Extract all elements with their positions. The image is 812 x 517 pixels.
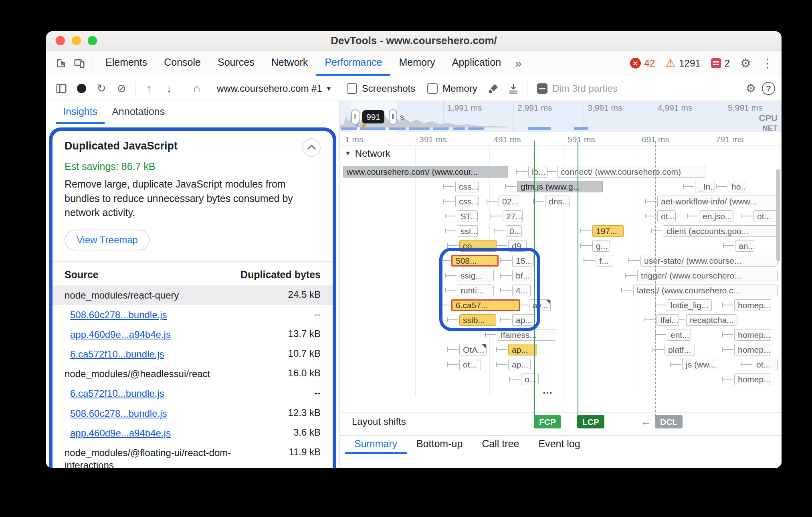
network-request-bar[interactable]: _In... [695,181,715,192]
device-toolbar-icon[interactable] [70,50,89,76]
sidebar-tab-insights[interactable]: Insights [56,101,105,124]
network-request-bar[interactable]: 0... [506,225,522,237]
network-request-bar[interactable]: css... [455,196,479,207]
tab-elements[interactable]: Elements [97,50,156,76]
network-request-bar[interactable]: latest/ (www.coursehero.c... [633,285,778,296]
memory-checkbox[interactable]: Memory [427,83,477,94]
tab-network[interactable]: Network [263,50,317,76]
network-request-bar[interactable]: 197... [592,225,624,237]
network-request-bar[interactable]: en.jso... [699,210,733,222]
network-request-bar[interactable]: an... [735,240,754,252]
network-request-bar[interactable]: homep... [734,299,771,311]
help-icon[interactable]: ? [762,82,775,95]
layout-shifts-track[interactable]: Layout shifts FCPLCP←DCL [340,412,782,430]
network-request-bar[interactable]: ot... [753,210,778,222]
network-request-bar[interactable]: 02... [499,196,520,207]
zoom-window-button[interactable] [88,36,97,45]
network-request-bar[interactable]: 6.ca57... [451,299,520,311]
network-request-bar[interactable]: Ifai... [656,314,679,326]
vertical-scrollbar[interactable] [776,169,780,261]
sidebar-tab-annotations[interactable]: Annotations [105,101,172,124]
network-request-bar[interactable]: Ifainess... [497,329,556,341]
network-request-bar[interactable]: ent... [667,329,691,341]
network-request-bar[interactable]: gtm.js (www.g... [517,181,603,192]
bottom-tab-bottom-up[interactable]: Bottom-up [407,436,472,454]
console-errors-badge[interactable]: ×42 [630,58,655,69]
network-request-bar[interactable]: ssig... [457,270,494,281]
network-request-bar[interactable]: user-state/ (www.course... [640,255,778,267]
source-link[interactable]: app.460d9e...a94b4e.js [65,328,171,341]
network-track-header[interactable]: ▼ Network [340,146,782,161]
network-request-bar[interactable]: ay... [529,299,551,311]
console-warnings-badge[interactable]: ⚠1291 [665,58,701,69]
network-request-bar[interactable]: d9... [508,240,527,252]
network-request-bar[interactable]: connect/ (www.coursehero.com) [557,166,705,178]
load-profile-button[interactable]: ↑ [140,80,158,97]
source-link[interactable]: 6.ca572f10...bundle.js [65,387,164,400]
trace-window-right-handle[interactable]: ‖ [389,109,397,125]
network-request-bar[interactable]: css... [455,181,479,192]
tab-performance[interactable]: Performance [316,50,390,76]
bottom-tab-summary[interactable]: Summary [345,436,407,454]
issues-badge[interactable]: 2 [711,58,730,69]
bottom-tab-event-log[interactable]: Event log [529,436,590,454]
source-link[interactable]: 508.60c278...bundle.js [65,309,167,321]
network-request-bar[interactable]: homep... [734,329,771,341]
insight-source-row[interactable]: 508.60c278...bundle.js12.3 kB [53,404,333,423]
network-request-bar[interactable]: dns... [545,196,570,207]
network-request-bar[interactable]: ST... [457,210,478,222]
record-button[interactable] [73,80,90,97]
view-treemap-button[interactable]: View Treemap [65,230,150,250]
network-request-bar[interactable]: o... [521,374,539,385]
tab-sources[interactable]: Sources [209,50,263,76]
minimize-window-button[interactable] [72,36,81,45]
network-request-bar[interactable]: ot... [657,210,676,222]
insight-source-row[interactable]: 6.ca572f10...bundle.js-- [53,384,333,403]
toggle-sidebar-icon[interactable] [53,80,70,97]
network-request-bar[interactable]: aet-workflow-info/ (www... [657,196,778,207]
timeline-overview[interactable]: ‖ 991 ‖ s CPU NET 1,991 ms2,991 ms3,991 … [340,101,782,132]
clear-button[interactable]: ⊘ [113,80,130,97]
network-request-bar[interactable]: ap... [508,359,531,370]
screenshots-checkbox[interactable]: Screenshots [347,83,415,94]
save-profile-button[interactable]: ↓ [160,80,178,97]
tab-application[interactable]: Application [444,50,509,76]
collapse-insight-button[interactable] [302,138,321,157]
network-request-bar[interactable]: homep... [734,344,771,355]
collect-garbage-icon[interactable] [505,80,522,97]
network-request-bar[interactable]: runti... [457,285,494,296]
network-request-bar[interactable]: 27... [503,210,523,222]
dim-3rd-parties-toggle[interactable]: Dim 3rd parties [537,83,618,94]
source-link[interactable]: 508.60c278...bundle.js [65,407,167,420]
network-request-bar[interactable]: g... [592,240,610,252]
home-button[interactable]: ⌂ [188,80,206,97]
network-request-bar[interactable]: lo... [528,166,547,178]
network-request-bar[interactable]: ap... [508,344,537,355]
insight-source-row[interactable]: app.460d9e...a94b4e.js3.6 kB [53,423,333,443]
bottom-tab-call-tree[interactable]: Call tree [472,436,529,454]
network-request-bar[interactable]: f... [596,255,613,267]
settings-gear-icon[interactable]: ⚙ [740,56,751,70]
insight-source-row[interactable]: 508.60c278...bundle.js-- [53,305,333,325]
network-request-bar[interactable]: www.coursehero.com/ (www.cour... [343,166,508,178]
network-request-bar[interactable]: ssi... [457,225,478,237]
network-request-bar[interactable]: 15... [512,255,534,267]
network-request-bar[interactable]: recaptcha... [686,314,737,326]
kebab-menu-icon[interactable]: ⋮ [762,56,774,70]
capture-settings-gear-icon[interactable]: ⚙ [742,80,759,97]
cleanup-brush-icon[interactable] [485,80,502,97]
network-request-bar[interactable]: bf... [512,270,535,281]
insight-source-row[interactable]: app.460d9e...a94b4e.js13.7 kB [53,325,333,344]
more-tabs-button[interactable]: » [509,50,527,76]
inspect-element-icon[interactable] [52,50,70,76]
network-request-bar[interactable]: trigger/ (www.coursehero... [637,270,778,281]
tab-console[interactable]: Console [156,50,209,76]
network-request-bar[interactable]: homep... [734,374,771,385]
network-request-bar[interactable]: platf... [665,344,695,355]
target-selector-dropdown[interactable]: www.coursehero.com #1 ▾ [212,80,335,97]
network-request-bar[interactable]: js (ww... [682,359,718,370]
network-request-bar[interactable]: 508... [451,255,499,267]
trace-window-left-handle[interactable]: ‖ [351,109,360,125]
close-window-button[interactable] [56,36,65,45]
network-request-bar[interactable]: lottie_lig... [667,299,712,311]
